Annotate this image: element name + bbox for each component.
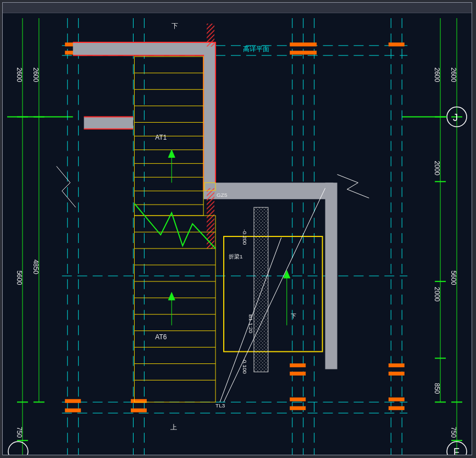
svg-rect-48 [389, 406, 404, 410]
svg-rect-38 [389, 43, 404, 46]
break-right [337, 174, 369, 198]
svg-rect-47 [389, 398, 404, 401]
label-elev-bot: -0.100 [242, 358, 248, 374]
window-titlebar [3, 3, 472, 13]
svg-rect-45 [389, 363, 404, 367]
svg-rect-37 [290, 51, 317, 54]
dim-right-inner-lower: 850 [433, 383, 441, 394]
dim-chain-left-inner: 2600 4850 [32, 18, 45, 402]
svg-line-77 [224, 188, 325, 402]
dim-right-outer-mid: 5600 [450, 271, 457, 285]
svg-rect-49 [290, 398, 306, 401]
dim-right-inner-mid: 2000 [433, 287, 441, 302]
column-markers [65, 43, 405, 412]
cad-window: 2600 5600 750 2600 4850 2600 5600 750 [2, 2, 472, 455]
dim-left-inner-top: 2600 [32, 68, 40, 82]
label-zheliang1: 折梁1 [229, 253, 243, 260]
arrow-up-at1 [168, 150, 175, 183]
dim-chain-right-outer: 2600 5600 750 [450, 18, 462, 455]
label-at6: AT6 [155, 333, 167, 341]
grid-bubble-f-left [8, 442, 28, 455]
svg-rect-42 [131, 409, 146, 412]
label-slope: B1 1:20 [248, 314, 254, 334]
svg-rect-43 [290, 363, 306, 367]
dim-left-inner-mid: 4850 [32, 260, 40, 274]
dim-right-outer-bot: 750 [450, 427, 457, 438]
svg-rect-75 [254, 207, 268, 372]
dim-left-outer-mid: 5600 [15, 271, 23, 285]
label-up: 上 [170, 423, 177, 431]
arrow-up-at6 [168, 293, 175, 325]
hatch-col-mid [207, 188, 214, 249]
dim-right-outer-top: 2600 [450, 68, 457, 82]
drawing-canvas[interactable]: 2600 5600 750 2600 4850 2600 5600 750 [7, 18, 467, 453]
dim-left-outer-top: 2600 [15, 68, 23, 82]
label-down2: 下 [290, 313, 296, 319]
grid-letter-f: F [453, 446, 460, 455]
svg-rect-36 [290, 43, 317, 46]
stair-flight-at6 [134, 216, 215, 402]
label-tl3: TL3 [215, 402, 225, 409]
svg-rect-39 [65, 399, 81, 402]
concrete-slab [73, 42, 337, 369]
grid-letter-j: J [453, 112, 458, 123]
label-at1: AT1 [155, 134, 167, 141]
dim-left-outer-bot: 750 [15, 427, 23, 438]
label-gz5: GZ5 [217, 192, 228, 198]
label-platform: 高详平面 [243, 45, 269, 53]
svg-rect-64 [134, 216, 215, 402]
drawing-svg[interactable]: 2600 5600 750 2600 4850 2600 5600 750 [7, 18, 467, 455]
svg-rect-51 [84, 117, 134, 129]
ramp-strip [220, 188, 325, 402]
svg-rect-40 [65, 409, 81, 412]
dim-right-inner-top: 2600 [433, 68, 441, 82]
stair-flight-at1 [134, 57, 203, 216]
arrow-up-ramp [284, 271, 290, 325]
dim-chain-left-outer: 2600 5600 750 [15, 18, 28, 455]
dim-chain-right-inner: 2600 2000 2000 850 [433, 18, 446, 402]
dim-right-inner-upper: 2000 [433, 161, 441, 175]
svg-rect-44 [290, 372, 306, 375]
svg-rect-46 [389, 372, 404, 375]
break-left [57, 166, 76, 207]
svg-rect-52 [325, 183, 337, 369]
label-down: 下 [171, 22, 178, 30]
hatch-col-top [207, 24, 214, 47]
label-elev-top: -0.200 [242, 229, 248, 245]
svg-rect-50 [290, 406, 306, 410]
